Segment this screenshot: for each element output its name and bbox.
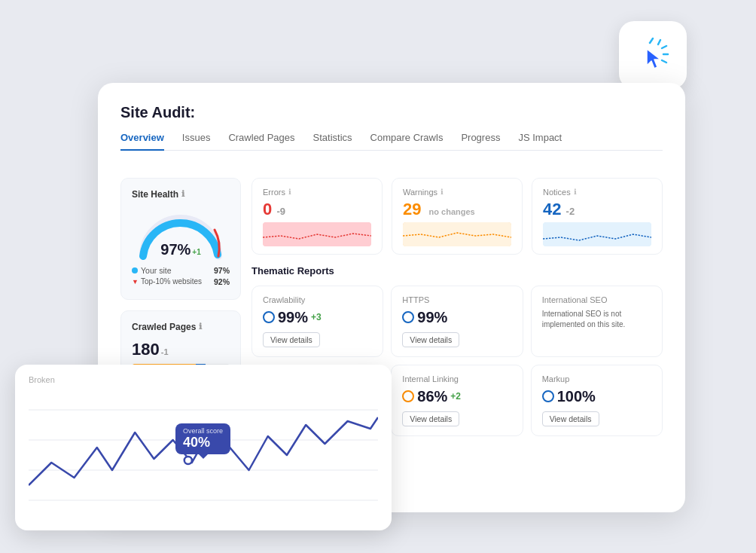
- tab-crawled-pages[interactable]: Crawled Pages: [228, 132, 294, 151]
- tab-issues[interactable]: Issues: [182, 132, 211, 151]
- markup-view-details-button[interactable]: View details: [542, 411, 599, 426]
- svg-point-12: [184, 457, 192, 464]
- markup-score: 100%: [542, 388, 651, 405]
- intl-seo-title: International SEO: [542, 295, 651, 304]
- tab-compare-crawls[interactable]: Compare Crawls: [370, 132, 444, 151]
- https-circle: [402, 311, 414, 323]
- gauge-container: 97%+1: [132, 207, 230, 260]
- notices-chart: [543, 222, 651, 246]
- crawlability-score: 99% +3: [263, 309, 372, 326]
- svg-rect-7: [543, 222, 651, 246]
- notices-label: Notices ℹ: [543, 188, 651, 197]
- errors-metric-card: Errors ℹ 0 -9: [251, 178, 383, 255]
- https-title: HTTPS: [402, 295, 511, 304]
- notices-value: 42 -2: [543, 200, 651, 219]
- thematic-title: Thematic Reports: [251, 265, 663, 276]
- gauge-chart: 97%+1: [136, 207, 226, 260]
- errors-value: 0 -9: [263, 200, 371, 219]
- metrics-row: Errors ℹ 0 -9: [251, 178, 663, 255]
- tab-progress[interactable]: Progress: [461, 132, 500, 151]
- overlay-chart-title: Broken: [29, 375, 378, 384]
- svg-line-4: [662, 60, 666, 63]
- internal-linking-title: Internal Linking: [402, 374, 511, 383]
- warnings-chart: [403, 222, 511, 246]
- internal-linking-score: 86% +2: [402, 388, 511, 405]
- markup-circle: [542, 390, 554, 402]
- nav-tabs: Overview Issues Crawled Pages Statistics…: [120, 132, 663, 151]
- cursor-icon-card: [619, 21, 687, 89]
- gauge-legend: Your site 97% ▼ Top-10% websites 92%: [132, 266, 230, 286]
- tab-js-impact[interactable]: JS Impact: [518, 132, 562, 151]
- top10-icon: ▼: [132, 278, 139, 286]
- chart-tooltip: Overall score 40%: [175, 423, 230, 454]
- notices-metric-card: Notices ℹ 42 -2: [532, 178, 663, 255]
- https-view-details-button[interactable]: View details: [402, 332, 459, 347]
- internal-linking-circle: [402, 390, 414, 402]
- errors-label: Errors ℹ: [263, 188, 371, 197]
- thematic-card-https: HTTPS 99% View details: [391, 286, 523, 357]
- thematic-card-crawlability: Crawlability 99% +3 View details: [251, 286, 383, 357]
- your-site-dot: [132, 267, 138, 273]
- thematic-card-internal-linking: Internal Linking 86% +2 View details: [391, 365, 523, 436]
- tab-statistics[interactable]: Statistics: [313, 132, 352, 151]
- internal-linking-view-details-button[interactable]: View details: [402, 411, 459, 426]
- cursor-icon: [633, 35, 672, 75]
- errors-chart: [263, 222, 371, 246]
- svg-line-0: [650, 38, 653, 43]
- crawlability-circle: [263, 311, 275, 323]
- thematic-card-intl-seo: International SEO International SEO is n…: [531, 286, 663, 357]
- tab-overview[interactable]: Overview: [120, 132, 164, 151]
- info-icon: ℹ: [181, 189, 184, 199]
- https-score: 99%: [402, 309, 511, 326]
- overlay-chart-area: Overall score 40%: [29, 387, 378, 508]
- site-health-card: Site Health ℹ 97%: [120, 178, 241, 300]
- crawled-info-icon: ℹ: [199, 322, 202, 331]
- warnings-metric-card: Warnings ℹ 29 no changes: [392, 178, 523, 255]
- intl-seo-desc: International SEO is not implemented on …: [542, 309, 651, 330]
- crawlability-title: Crawlability: [263, 295, 372, 304]
- thematic-card-markup: Markup 100% View details: [531, 365, 663, 436]
- crawled-count: 180-1: [132, 340, 230, 359]
- markup-title: Markup: [542, 374, 651, 383]
- crawled-pages-title: Crawled Pages ℹ: [132, 322, 230, 332]
- site-health-title: Site Health ℹ: [132, 189, 230, 200]
- svg-line-2: [662, 46, 666, 48]
- overlay-chart-card: Broken Overall score 40%: [15, 365, 392, 530]
- warnings-value: 29 no changes: [403, 200, 511, 219]
- svg-line-1: [658, 40, 660, 44]
- page-title: Site Audit:: [120, 104, 663, 121]
- gauge-percent: 97%+1: [160, 241, 200, 258]
- crawlability-view-details-button[interactable]: View details: [263, 332, 320, 347]
- warnings-label: Warnings ℹ: [403, 188, 511, 197]
